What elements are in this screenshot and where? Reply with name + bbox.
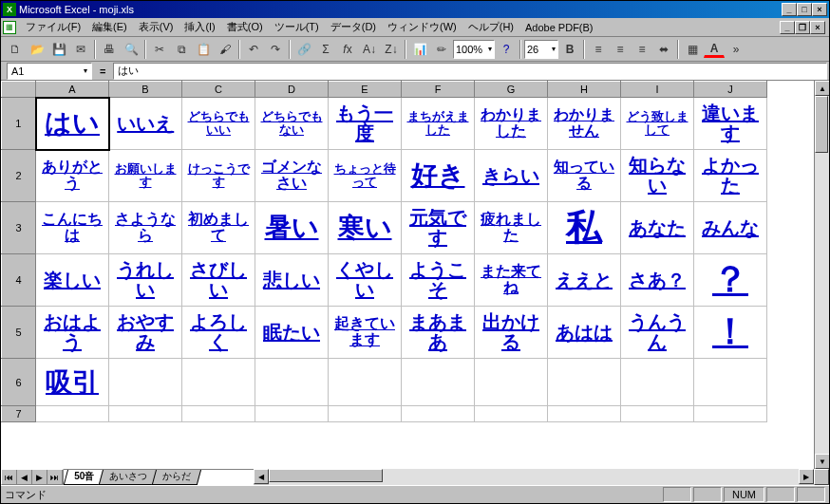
cell-link[interactable]: ええと [556,271,613,290]
cell-link[interactable]: 私 [566,209,602,247]
cell-link[interactable]: こんにちは [38,212,106,244]
cell-link[interactable]: よかった [696,156,764,196]
print-icon[interactable]: 🖶 [99,39,120,60]
help-icon[interactable]: ? [496,39,517,60]
cell-link[interactable]: ようこそ [404,260,472,300]
column-header[interactable]: D [255,82,329,98]
titlebar[interactable]: X Microsoft Excel - moji.xls _ □ × [1,1,829,18]
cell[interactable] [402,406,475,422]
sort-asc-icon[interactable]: A↓ [359,39,380,60]
sort-desc-icon[interactable]: Z↓ [381,39,402,60]
cell-link[interactable]: さびしい [184,260,253,300]
paste-icon[interactable]: 📋 [193,39,214,60]
menu-format[interactable]: 書式(O) [221,18,269,36]
cell[interactable] [402,359,475,406]
cell[interactable]: まあまあ [402,307,475,359]
cell-link[interactable]: おやすみ [111,312,179,352]
cell[interactable] [475,406,548,422]
cell-link[interactable]: 吸引 [46,368,99,396]
drawing-icon[interactable]: ✏ [431,39,452,60]
cell-link[interactable]: 楽しい [44,271,101,290]
scroll-down-icon[interactable]: ▼ [815,454,829,469]
close-button[interactable]: × [812,3,827,16]
cell[interactable]: 寒い [329,202,402,254]
cell[interactable]: まちがえました [402,98,475,150]
mail-icon[interactable]: ✉ [70,39,91,60]
cell[interactable]: くやしい [329,254,402,307]
cell[interactable]: わかりません [548,98,621,150]
row-header[interactable]: 4 [2,254,36,307]
scroll-up-icon[interactable]: ▲ [815,81,829,96]
mdi-close-button[interactable]: × [810,21,825,34]
cell[interactable]: 初めまして [182,202,255,254]
cell-link[interactable]: まちがえました [404,110,472,136]
cell-link[interactable]: あなた [629,218,686,238]
cell[interactable]: さびしい [182,254,255,307]
scroll-thumb-horizontal[interactable] [269,469,383,482]
chart-icon[interactable]: 📊 [409,39,430,60]
sheet-tab[interactable]: あいさつ [99,469,159,485]
cell[interactable]: どう致しまして [621,98,694,150]
row-header[interactable]: 2 [2,150,36,202]
cell-link[interactable]: みんな [702,218,759,238]
cell[interactable] [36,406,109,422]
cell[interactable] [255,359,329,406]
fontcolor-icon[interactable]: A [704,40,725,58]
cell-link[interactable]: ？ [712,261,748,299]
cell[interactable]: ！ [694,307,767,359]
cell-link[interactable]: 好き [411,161,465,189]
column-header[interactable]: E [329,82,402,98]
row-header[interactable]: 3 [2,202,36,254]
cell-link[interactable]: わかりません [550,107,618,140]
cell[interactable]: けっこうです [182,150,255,202]
cell[interactable] [475,359,548,406]
cell[interactable]: ようこそ [402,254,475,307]
cell-link[interactable]: 疲れました [477,212,545,244]
cell-link[interactable]: ちょっと待って [330,162,399,188]
column-header[interactable]: H [548,82,621,98]
cell[interactable] [182,359,255,406]
scroll-right-icon[interactable]: ▶ [799,469,814,484]
more-icon[interactable]: » [726,39,746,60]
cell[interactable]: あはは [548,307,621,359]
cell[interactable]: もう一度 [329,98,402,150]
cell[interactable]: 眠たい [255,307,329,359]
menu-edit[interactable]: 編集(E) [86,18,133,36]
menu-insert[interactable]: 挿入(I) [179,18,220,36]
hyperlink-icon[interactable]: 🔗 [293,39,314,60]
cell-link[interactable]: お願いします [111,162,179,188]
cell-link[interactable]: 元気です [404,208,472,248]
copy-icon[interactable]: ⧉ [171,39,192,60]
cell-link[interactable]: 出かける [477,312,545,352]
cell[interactable]: 違います [694,98,767,150]
horizontal-scrollbar[interactable]: ◀ ▶ [254,469,814,485]
cut-icon[interactable]: ✂ [149,39,170,60]
align-right-icon[interactable]: ≡ [632,39,652,60]
cell[interactable] [694,359,767,406]
cell-link[interactable]: 起きています [330,316,399,348]
menu-adobe[interactable]: Adobe PDF(B) [519,20,599,35]
cell[interactable]: よかった [694,150,767,202]
align-center-icon[interactable]: ≡ [610,39,631,60]
cell-link[interactable]: 寒い [338,214,392,241]
cell[interactable]: ？ [694,254,767,307]
cell[interactable]: うれしい [109,254,182,307]
cell-link[interactable]: けっこうです [184,162,253,188]
scroll-left-icon[interactable]: ◀ [254,469,269,484]
menu-tools[interactable]: ツール(T) [269,18,325,36]
cell[interactable] [621,406,694,422]
row-header[interactable]: 5 [2,307,36,359]
cell[interactable] [329,406,402,422]
format-painter-icon[interactable]: 🖌 [215,39,236,60]
column-header[interactable]: A [36,82,109,98]
cell-link[interactable]: さあ？ [629,271,686,290]
mdi-minimize-button[interactable]: _ [780,21,795,34]
cell[interactable] [548,406,621,422]
cell-link[interactable]: うれしい [111,260,179,300]
autosum-icon[interactable]: Σ [315,39,336,60]
sheet-tab[interactable]: からだ [152,469,202,485]
cell[interactable]: また来てね [475,254,548,307]
column-header[interactable]: I [621,82,694,98]
cell[interactable]: 好き [402,150,475,202]
cell[interactable]: みんな [694,202,767,254]
